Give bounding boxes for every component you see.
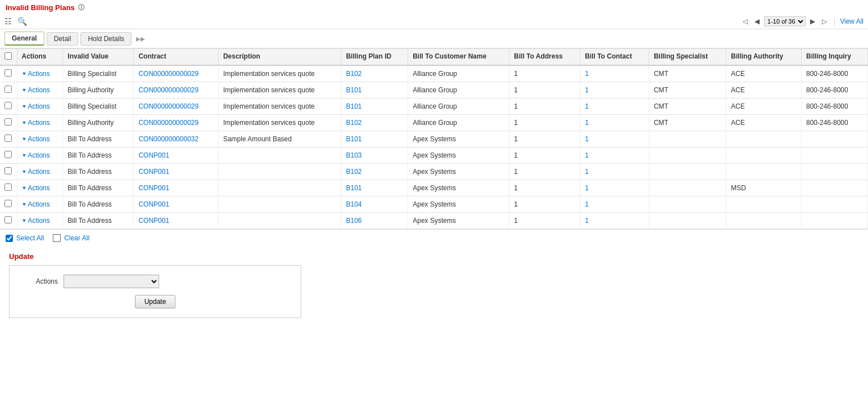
billing-plan-id-link[interactable]: B102 bbox=[346, 70, 361, 78]
billing-plan-id-link[interactable]: B101 bbox=[346, 184, 361, 192]
update-box: Actions Update bbox=[9, 265, 301, 318]
bill-to-contact-link[interactable]: 1 bbox=[585, 168, 589, 176]
bill-to-contact-link[interactable]: 1 bbox=[585, 184, 589, 192]
bill-to-address-cell: 1 bbox=[509, 131, 580, 147]
billing-plan-id-cell: B102 bbox=[341, 164, 408, 180]
help-icon[interactable]: ⓘ bbox=[78, 3, 84, 12]
billing-plan-id-link[interactable]: B106 bbox=[346, 217, 361, 225]
billing-plan-id-cell: B101 bbox=[341, 98, 408, 115]
next-page-button[interactable]: ▶ bbox=[808, 17, 817, 26]
billing-inquiry-cell: 800-246-8000 bbox=[801, 82, 867, 98]
bill-to-customer-name-cell: Apex Systems bbox=[408, 147, 509, 164]
bill-to-contact-cell: 1 bbox=[580, 213, 649, 229]
last-page-button[interactable]: ▷ bbox=[820, 17, 829, 26]
actions-button[interactable]: ▼Actions bbox=[22, 217, 58, 225]
description-cell: Implementation services quote bbox=[218, 65, 341, 82]
contract-link[interactable]: CONP001 bbox=[138, 217, 169, 225]
invalid-value-cell: Bill To Address bbox=[63, 147, 134, 164]
select-all-label[interactable]: Select All bbox=[16, 234, 44, 242]
contract-link[interactable]: CON000000000029 bbox=[138, 102, 198, 110]
billing-plan-id-link[interactable]: B101 bbox=[346, 102, 361, 110]
billing-authority-cell bbox=[726, 196, 802, 213]
row-checkbox[interactable] bbox=[4, 183, 12, 191]
row-checkbox[interactable] bbox=[4, 102, 12, 109]
tab-detail[interactable]: Detail bbox=[47, 32, 79, 46]
bill-to-contact-link[interactable]: 1 bbox=[585, 119, 589, 127]
grid-icon[interactable]: ☷ bbox=[4, 17, 12, 26]
row-checkbox[interactable] bbox=[4, 118, 12, 126]
billing-plan-id-link[interactable]: B103 bbox=[346, 151, 361, 159]
contract-link[interactable]: CONP001 bbox=[138, 200, 169, 208]
billing-plan-id-link[interactable]: B102 bbox=[346, 119, 361, 127]
bill-to-contact-link[interactable]: 1 bbox=[585, 200, 589, 208]
bill-to-contact-link[interactable]: 1 bbox=[585, 217, 589, 225]
page-range-select[interactable]: 1-10 of 36 bbox=[764, 16, 806, 26]
row-checkbox[interactable] bbox=[4, 216, 12, 223]
col-billing-authority: Billing Authority bbox=[726, 49, 802, 65]
contract-cell: CON000000000029 bbox=[134, 98, 218, 115]
first-page-button[interactable]: ◁ bbox=[740, 17, 750, 26]
clear-all-label[interactable]: Clear All bbox=[64, 234, 89, 242]
actions-select[interactable] bbox=[64, 275, 159, 288]
billing-plan-id-link[interactable]: B104 bbox=[346, 200, 361, 208]
billing-plan-id-link[interactable]: B101 bbox=[346, 135, 361, 143]
search-icon[interactable]: 🔍 bbox=[17, 17, 27, 26]
contract-link[interactable]: CONP001 bbox=[138, 168, 169, 176]
bill-to-contact-cell: 1 bbox=[580, 82, 649, 98]
bill-to-contact-link[interactable]: 1 bbox=[585, 86, 589, 94]
actions-button[interactable]: ▼Actions bbox=[22, 102, 58, 110]
contract-link[interactable]: CON000000000029 bbox=[138, 86, 198, 94]
actions-button[interactable]: ▼Actions bbox=[22, 184, 58, 192]
actions-arrow-icon: ▼ bbox=[22, 218, 27, 223]
contract-link[interactable]: CON000000000029 bbox=[138, 119, 198, 127]
billing-authority-cell: ACE bbox=[726, 98, 802, 115]
col-bill-to-contact: Bill To Contact bbox=[580, 49, 649, 65]
bill-to-contact-link[interactable]: 1 bbox=[585, 135, 589, 143]
actions-arrow-icon: ▼ bbox=[22, 136, 27, 142]
select-all-area[interactable]: Select All bbox=[6, 234, 44, 242]
contract-link[interactable]: CONP001 bbox=[138, 151, 169, 159]
actions-button[interactable]: ▼Actions bbox=[22, 119, 58, 127]
billing-plan-id-link[interactable]: B101 bbox=[346, 86, 361, 94]
view-all-link[interactable]: View All bbox=[840, 17, 864, 25]
row-checkbox[interactable] bbox=[4, 69, 12, 77]
clear-all-area[interactable]: Clear All bbox=[53, 234, 89, 242]
contract-link[interactable]: CON000000000029 bbox=[138, 70, 198, 78]
bill-to-contact-cell: 1 bbox=[580, 115, 649, 131]
actions-button[interactable]: ▼Actions bbox=[22, 135, 58, 143]
tab-hold-details[interactable]: Hold Details bbox=[80, 32, 132, 46]
row-checkbox[interactable] bbox=[4, 200, 12, 207]
contract-link[interactable]: CON000000000032 bbox=[138, 135, 198, 143]
description-cell bbox=[218, 164, 341, 180]
actions-button[interactable]: ▼Actions bbox=[22, 70, 58, 78]
tab-general[interactable]: General bbox=[4, 32, 44, 46]
select-all-header-checkbox[interactable] bbox=[4, 52, 12, 60]
bill-to-contact-link[interactable]: 1 bbox=[585, 70, 589, 78]
prev-page-button[interactable]: ◀ bbox=[752, 17, 762, 26]
actions-arrow-icon: ▼ bbox=[22, 169, 27, 174]
row-checkbox[interactable] bbox=[4, 167, 12, 174]
bill-to-address-cell: 1 bbox=[509, 82, 580, 98]
actions-button[interactable]: ▼Actions bbox=[22, 168, 58, 176]
invalid-value-cell: Bill To Address bbox=[63, 196, 134, 213]
billing-plan-id-cell: B102 bbox=[341, 65, 408, 82]
actions-button[interactable]: ▼Actions bbox=[22, 86, 58, 94]
actions-button[interactable]: ▼Actions bbox=[22, 151, 58, 159]
bill-to-contact-link[interactable]: 1 bbox=[585, 151, 589, 159]
row-checkbox[interactable] bbox=[4, 135, 12, 142]
row-checkbox[interactable] bbox=[4, 151, 12, 158]
billing-authority-cell bbox=[726, 164, 802, 180]
row-checkbox[interactable] bbox=[4, 86, 12, 93]
col-description: Description bbox=[218, 49, 341, 65]
bill-to-contact-link[interactable]: 1 bbox=[585, 102, 589, 110]
col-billing-inquiry: Billing Inquiry bbox=[801, 49, 867, 65]
billing-authority-cell: ACE bbox=[726, 65, 802, 82]
actions-button[interactable]: ▼Actions bbox=[22, 200, 58, 208]
contract-link[interactable]: CONP001 bbox=[138, 184, 169, 192]
table-row: ▼ActionsBill To AddressCONP001B102Apex S… bbox=[0, 164, 868, 180]
billing-plan-id-link[interactable]: B102 bbox=[346, 168, 361, 176]
select-all-checkbox[interactable] bbox=[6, 235, 13, 242]
update-button[interactable]: Update bbox=[135, 295, 176, 308]
actions-cell: ▼Actions bbox=[17, 213, 63, 229]
bill-to-customer-name-cell: Apex Systems bbox=[408, 131, 509, 147]
